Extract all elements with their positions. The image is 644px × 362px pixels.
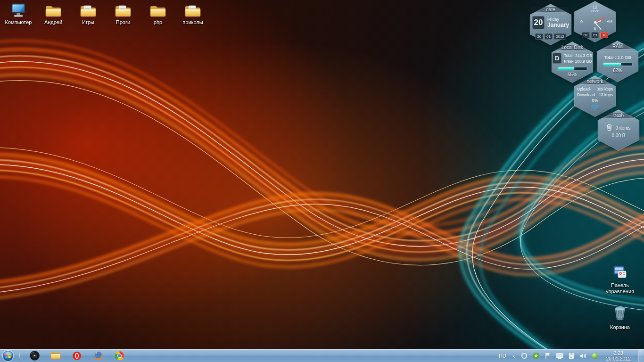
date-day: 20 [532,16,545,29]
network-upload-label: Upload- [577,87,591,91]
wallpaper-light-streaks [0,0,644,362]
date-box-year: 2012 [554,33,566,40]
taskbar-app-firefox[interactable] [93,351,103,361]
clock-second-hand [595,17,605,23]
folder-with-documents-icon [80,3,97,18]
date-box-month: 01 [545,33,553,40]
computer-icon [10,3,27,18]
display-settings-icon[interactable] [555,352,563,360]
desktop-icon-computer[interactable]: Компьютер [1,3,36,25]
ram-total: Total : 2.0 GB [595,55,640,60]
system-tray: RU ‹ 2:23 [497,349,644,362]
widget-ram-title: RAM [595,44,640,49]
network-percent: 0% [572,98,618,103]
folder-with-documents-icon [115,3,132,18]
taskbar-separator [19,351,20,361]
clock-number-12: 12 [572,5,618,9]
show-hidden-icons-button[interactable]: ‹ [512,353,517,359]
widget-date[interactable]: date 20 Friday January 20 01 2012 [528,4,573,45]
folder-icon [45,3,62,18]
widget-clock-title: clock [572,9,618,13]
ram-percent: 62% [595,68,640,73]
widget-trash[interactable]: trash 0 items 0.00 B [596,109,641,151]
desktop-icon-folder-php[interactable]: php [140,3,175,25]
trash-can-icon [606,123,612,132]
widget-trash-title: trash [596,113,641,118]
desktop-icon-label: Игры [82,19,94,25]
network-download-value: 13 kbps [599,92,613,97]
date-month: January [547,22,569,28]
desktop-icon-folder-progs[interactable]: Проги [106,3,140,25]
download-arrow-icon[interactable] [532,352,540,360]
disk-total-label: Total- [564,53,574,58]
desktop-icon-label: Компьютер [5,19,32,25]
desktop-icon-label: Проги [116,19,130,25]
opera-browser-icon [72,351,82,361]
desktop-icon-label: php [154,19,162,25]
action-center-flag-icon[interactable] [544,352,552,360]
clock-box-minute: 23 [591,32,599,38]
trash-size: 0.00 B [596,133,641,138]
desktop-icon-label: Андрей [44,19,62,25]
clock-center-dot [594,21,596,24]
volume-icon[interactable] [579,352,587,360]
disk-free-label: Free- [564,59,573,64]
chrome-browser-icon [115,351,124,361]
explorer-folder-icon [50,351,61,360]
network-upload-value: 309 kbps [597,87,613,91]
messenger-ball-icon[interactable] [591,352,599,360]
taskbar: RU ‹ 2:23 [0,349,644,362]
desktop-icons: Компьютер Андрей [1,3,210,25]
trash-items: 0 items [615,125,630,131]
start-button[interactable] [1,350,15,362]
desktop: Компьютер Андрей [0,0,644,362]
desktop-icon-folder-fun[interactable]: приколы [175,3,210,25]
taskbar-app-explorer[interactable] [50,351,61,361]
folder-icon [149,3,166,18]
clock-ampm: AM [607,19,612,24]
taskbar-app-media-player[interactable] [29,351,40,361]
network-download-label: Download- [577,92,596,97]
desktop-icon-label: Корзина [610,324,630,330]
taskbar-app-chrome[interactable] [114,351,124,361]
control-panel-icon [613,265,627,281]
date-box-day: 20 [535,33,543,40]
widget-clock[interactable]: 12 clock 9 AM 6 02 23 10 [572,1,618,42]
clock-date: 20.01.2012 [606,356,631,362]
clock-number-9: 9 [580,19,583,24]
clipboard-icon[interactable] [567,352,575,360]
desktop-icon-control-panel[interactable]: Панель управления [602,265,638,295]
taskbar-quick-launch [29,351,124,361]
firefox-browser-icon [93,351,103,361]
desktop-icon-label: Панель управления [602,282,638,295]
disk-total-value: 244.3 GB [575,53,592,58]
show-desktop-button[interactable] [638,349,644,362]
windows-start-orb-icon [2,350,14,362]
ram-usage-bar [603,63,632,66]
clock-box-hour: 02 [582,32,590,38]
widget-date-title: date [528,7,573,12]
disk-letter: D [553,53,561,64]
widget-disk-title: Local Disk [550,45,595,50]
language-indicator[interactable]: RU [497,353,508,359]
dark-media-app-icon [30,351,40,361]
status-circle-icon[interactable] [520,352,528,360]
taskbar-clock[interactable]: 2:23 20.01.2012 [603,350,634,362]
desktop-icon-folder-andrey[interactable]: Андрей [36,3,71,25]
recycle-bin-icon [613,305,627,323]
clock-box-second: 10 [600,32,608,38]
clock-number-6: 6 [572,26,618,31]
desktop-icon-folder-games[interactable]: Игры [71,3,106,25]
clock-time: 2:23 [606,350,631,356]
date-weekday: Friday [547,17,569,22]
desktop-icon-recycle-bin[interactable]: Корзина [602,305,638,330]
disk-free-value: 108.9 GB [575,59,592,64]
folder-with-documents-icon [184,3,201,18]
widget-network-title: network [572,79,618,84]
desktop-icon-label: приколы [182,19,203,25]
taskbar-app-opera[interactable] [72,351,82,361]
disk-usage-bar [558,67,587,70]
